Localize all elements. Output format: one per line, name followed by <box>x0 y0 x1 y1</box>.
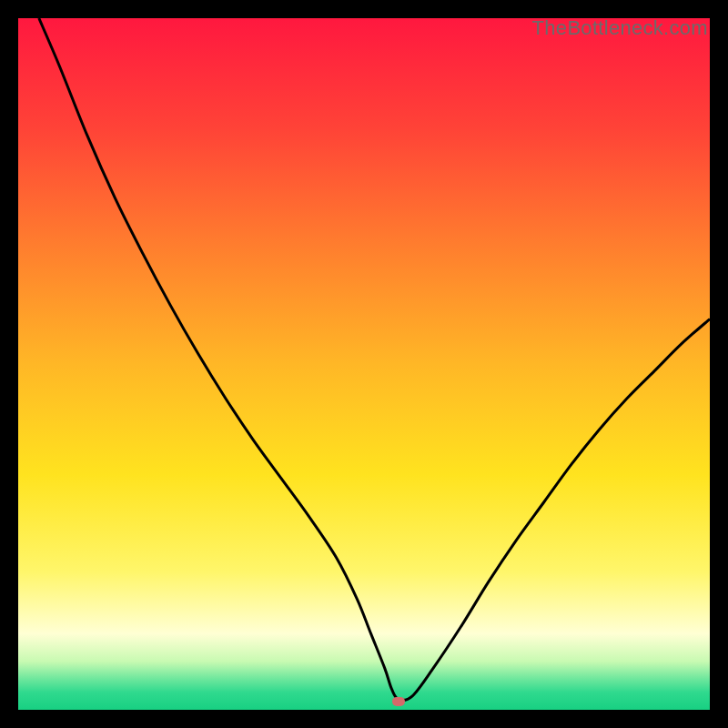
chart-svg <box>18 18 710 710</box>
watermark-text: TheBottleneck.com <box>532 16 708 40</box>
chart-background <box>18 18 710 710</box>
chart-frame: TheBottleneck.com <box>18 18 710 710</box>
minimum-marker <box>392 697 405 706</box>
